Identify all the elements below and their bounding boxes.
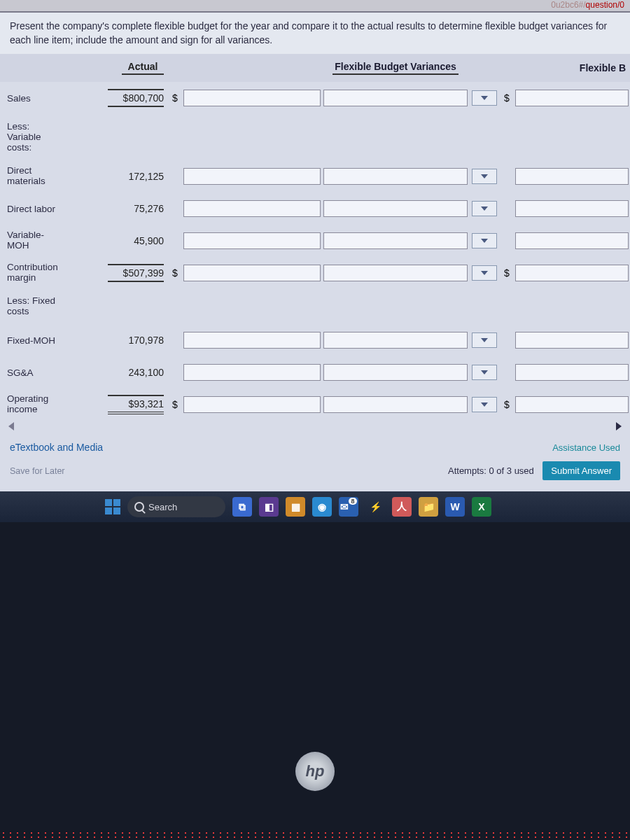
variance-detail-input[interactable] bbox=[323, 265, 468, 281]
save-for-later-link[interactable]: Save for Later bbox=[10, 466, 65, 476]
row-label: Fixed-MOH bbox=[0, 335, 94, 346]
taskbar-app-icon[interactable]: ⚡ bbox=[365, 497, 385, 517]
chevron-down-icon bbox=[481, 338, 488, 342]
row-fmoh: Fixed-MOH170,978 bbox=[0, 324, 630, 356]
submit-answer-button[interactable]: Submit Answer bbox=[542, 461, 620, 480]
row-opin: Operatingincome$93,321$$ bbox=[0, 388, 630, 421]
row-label: Contributionmargin bbox=[0, 262, 94, 284]
actual-value: 170,978 bbox=[94, 335, 168, 346]
row-label: Less:Variablecosts: bbox=[0, 122, 94, 153]
chevron-down-icon bbox=[481, 206, 488, 211]
dollar-sign: $ bbox=[168, 92, 182, 104]
variance-detail-input[interactable] bbox=[323, 364, 468, 381]
actual-value: 75,276 bbox=[94, 203, 168, 214]
variance-amount-input[interactable] bbox=[183, 90, 321, 106]
taskbar-search[interactable]: Search bbox=[127, 496, 225, 517]
row-less2: Less: Fixedcosts bbox=[0, 289, 630, 324]
row-label: Operatingincome bbox=[0, 394, 94, 415]
chevron-down-icon bbox=[481, 271, 488, 275]
variance-detail-input[interactable] bbox=[323, 332, 468, 349]
variance-detail-input[interactable] bbox=[323, 200, 468, 217]
actual-value: $800,700 bbox=[94, 89, 168, 107]
variance-sign-dropdown[interactable] bbox=[472, 201, 497, 216]
row-less1: Less:Variablecosts: bbox=[0, 114, 630, 160]
dollar-sign: $ bbox=[168, 267, 182, 279]
taskbar-word-icon[interactable]: W bbox=[445, 497, 465, 517]
row-sga: SG&A243,100 bbox=[0, 356, 630, 388]
row-cmarg: Contributionmargin$507,399$$ bbox=[0, 257, 630, 289]
variance-sign-dropdown[interactable] bbox=[472, 265, 497, 281]
chevron-down-icon bbox=[481, 239, 488, 243]
row-vmoh: Variable-MOH45,900 bbox=[0, 225, 630, 257]
actual-value: 172,125 bbox=[94, 171, 168, 182]
taskbar-app-icon[interactable]: ▦ bbox=[286, 497, 305, 517]
start-button[interactable] bbox=[105, 499, 120, 514]
header-actual: Actual bbox=[122, 61, 164, 75]
variance-amount-input[interactable] bbox=[183, 332, 321, 349]
variance-sign-dropdown[interactable] bbox=[472, 332, 497, 348]
chevron-down-icon bbox=[481, 174, 488, 178]
taskbar-excel-icon[interactable]: X bbox=[472, 497, 491, 517]
flexible-budget-input[interactable] bbox=[515, 265, 629, 281]
header-flexible-b: Flexible B bbox=[580, 62, 626, 74]
chevron-down-icon bbox=[481, 402, 488, 407]
variance-amount-input[interactable] bbox=[183, 265, 321, 281]
attempts-text: Attempts: 0 of 3 used bbox=[448, 465, 534, 476]
search-icon bbox=[134, 502, 144, 512]
dollar-sign: $ bbox=[500, 267, 514, 279]
variance-sign-dropdown[interactable] bbox=[472, 169, 497, 184]
horizontal-scroll[interactable] bbox=[0, 421, 630, 432]
actual-value: $93,321 bbox=[94, 395, 168, 414]
dollar-sign: $ bbox=[168, 399, 182, 410]
row-dlab: Direct labor75,276 bbox=[0, 192, 630, 225]
instructions-text: Present the company's complete flexible … bbox=[0, 13, 630, 54]
variance-amount-input[interactable] bbox=[183, 168, 321, 185]
chevron-down-icon bbox=[481, 370, 488, 374]
dollar-sign: $ bbox=[500, 92, 514, 104]
flexible-budget-input[interactable] bbox=[515, 332, 629, 349]
taskbar-app-icon[interactable]: ◧ bbox=[259, 497, 279, 517]
taskbar-explorer-icon[interactable]: 📁 bbox=[419, 497, 438, 517]
variance-sign-dropdown[interactable] bbox=[472, 397, 497, 412]
variance-detail-input[interactable] bbox=[323, 396, 468, 413]
variance-amount-input[interactable] bbox=[183, 364, 321, 381]
row-label: Less: Fixedcosts bbox=[0, 296, 94, 317]
scroll-left-icon[interactable] bbox=[8, 422, 14, 430]
row-label: Directmaterials bbox=[0, 166, 94, 187]
variance-sign-dropdown[interactable] bbox=[472, 365, 497, 380]
flexible-budget-input[interactable] bbox=[515, 168, 629, 185]
row-dmat: Directmaterials172,125 bbox=[0, 160, 630, 192]
actual-value: 45,900 bbox=[94, 235, 168, 246]
actual-value: $507,399 bbox=[94, 264, 168, 282]
flexible-budget-input[interactable] bbox=[515, 200, 629, 217]
variance-sign-dropdown[interactable] bbox=[472, 233, 497, 248]
assistance-used-link[interactable]: Assistance Used bbox=[552, 442, 620, 453]
row-label: Direct labor bbox=[0, 204, 94, 214]
flexible-budget-input[interactable] bbox=[515, 90, 629, 106]
variance-detail-input[interactable] bbox=[323, 168, 468, 185]
budget-table: Actual Flexible Budget Variances Flexibl… bbox=[0, 54, 630, 432]
flexible-budget-input[interactable] bbox=[515, 364, 629, 381]
variance-amount-input[interactable] bbox=[183, 232, 321, 249]
row-label: SG&A bbox=[0, 368, 94, 378]
taskbar-app-icon[interactable]: ⧉ bbox=[232, 497, 252, 517]
variance-amount-input[interactable] bbox=[183, 200, 321, 217]
header-fbv: Flexible Budget Variances bbox=[332, 61, 458, 75]
variance-sign-dropdown[interactable] bbox=[472, 90, 497, 106]
row-label: Variable-MOH bbox=[0, 230, 94, 251]
taskbar-mail-icon[interactable]: ✉8 bbox=[339, 497, 358, 517]
taskbar-app-icon[interactable]: 人 bbox=[392, 497, 412, 517]
flexible-budget-input[interactable] bbox=[515, 232, 629, 249]
scroll-right-icon[interactable] bbox=[616, 422, 622, 430]
etextbook-link[interactable]: eTextbook and Media bbox=[10, 442, 103, 453]
taskbar-edge-icon[interactable]: ◉ bbox=[312, 497, 332, 517]
row-label: Sales bbox=[0, 93, 94, 104]
flexible-budget-input[interactable] bbox=[515, 396, 629, 413]
windows-taskbar[interactable]: Search ⧉ ◧ ▦ ◉ ✉8 ⚡ 人 📁 W X bbox=[0, 491, 630, 522]
variance-detail-input[interactable] bbox=[323, 90, 468, 106]
variance-amount-input[interactable] bbox=[183, 396, 321, 413]
variance-detail-input[interactable] bbox=[323, 232, 468, 249]
url-bar-fragment: 0u2bc6#/question/0 bbox=[0, 0, 630, 13]
hp-logo: hp bbox=[295, 752, 335, 791]
chevron-down-icon bbox=[481, 96, 488, 100]
